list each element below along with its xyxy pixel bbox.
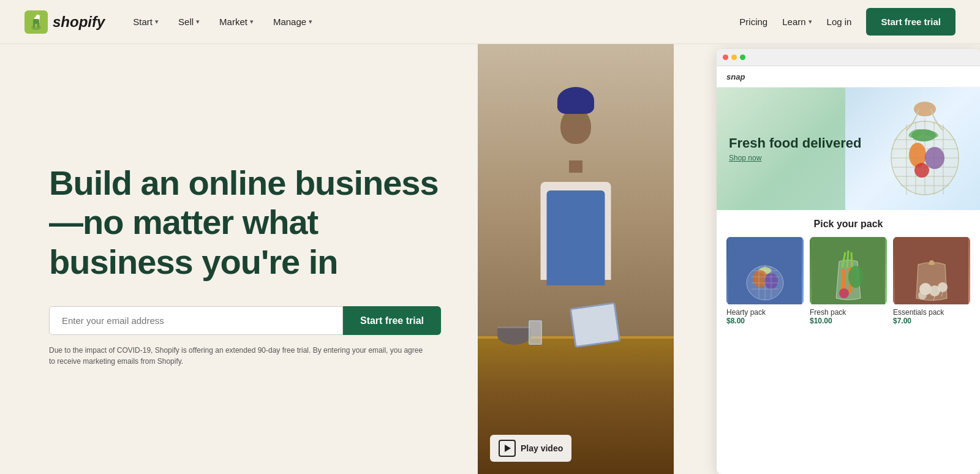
svg-line-38 xyxy=(851,252,852,268)
nav-learn[interactable]: Learn ▾ xyxy=(782,17,812,27)
product-1-price: $8.00 xyxy=(726,317,804,325)
mesh-bag-illustration xyxy=(876,100,974,198)
product-image-3 xyxy=(893,237,970,304)
hero-title: Build an online business—no matter what … xyxy=(49,164,441,282)
product-3-illustration xyxy=(893,237,970,304)
nav-pricing[interactable]: Pricing xyxy=(739,17,767,27)
start-chevron-icon: ▾ xyxy=(155,18,159,26)
store-header: snap xyxy=(717,66,980,88)
market-chevron-icon: ▾ xyxy=(250,18,254,26)
nav-login[interactable]: Log in xyxy=(827,17,852,27)
svg-point-44 xyxy=(938,282,948,292)
brand-name: shopify xyxy=(53,13,105,31)
nav-start[interactable]: Start ▾ xyxy=(124,12,167,32)
email-form: Start free trial xyxy=(49,306,441,335)
product-card-3[interactable]: Essentials pack $7.00 xyxy=(893,237,970,325)
products-heading: Pick your pack xyxy=(726,219,970,230)
product-2-illustration xyxy=(810,237,887,304)
chrome-minimize-dot xyxy=(731,55,737,60)
store-products: Pick your pack xyxy=(717,210,980,334)
svg-line-37 xyxy=(847,250,848,268)
main-nav: Start ▾ Sell ▾ Market ▾ Manage ▾ xyxy=(124,12,739,32)
nav-sell[interactable]: Sell ▾ xyxy=(170,12,208,32)
store-hero-title: Fresh food delivered xyxy=(729,135,861,151)
product-2-name: Fresh pack xyxy=(810,308,887,317)
product-image-2 xyxy=(810,237,887,304)
svg-point-22 xyxy=(914,163,929,178)
product-1-name: Hearty pack xyxy=(726,308,804,317)
shopify-logo[interactable]: shopify xyxy=(24,10,105,34)
store-mockup: snap Fresh food delivered Shop now xyxy=(717,49,980,474)
product-grid: Hearty pack $8.00 xyxy=(726,237,970,325)
email-start-trial-button[interactable]: Start free trial xyxy=(343,306,441,335)
main-content: Build an online business—no matter what … xyxy=(0,44,980,474)
tablet-screen xyxy=(571,304,619,346)
navbar-right: Pricing Learn ▾ Log in Start free trial xyxy=(739,8,956,36)
play-video-button[interactable]: Play video xyxy=(490,435,571,462)
hero-right: Play video snap Fresh food delivered Sho… xyxy=(478,44,980,474)
play-icon xyxy=(499,440,516,457)
product-card-1[interactable]: Hearty pack $8.00 xyxy=(726,237,804,325)
svg-rect-3 xyxy=(35,24,37,28)
product-image-1 xyxy=(726,237,804,304)
svg-point-21 xyxy=(925,147,944,169)
sell-chevron-icon: ▾ xyxy=(196,18,200,26)
nav-market[interactable]: Market ▾ xyxy=(211,12,262,32)
tablet xyxy=(569,303,620,348)
product-2-price: $10.00 xyxy=(810,317,887,325)
chrome-close-dot xyxy=(723,55,728,60)
svg-point-49 xyxy=(929,260,934,265)
woman-apron xyxy=(547,190,605,285)
learn-chevron-icon: ▾ xyxy=(809,18,812,26)
kitchen-photo: Play video xyxy=(478,44,674,474)
store-hero-text: Fresh food delivered Shop now xyxy=(717,123,873,175)
product-3-name: Essentials pack xyxy=(893,308,970,317)
glass xyxy=(529,320,542,345)
svg-point-40 xyxy=(839,288,849,298)
shopify-logo-icon xyxy=(24,10,48,34)
browser-chrome xyxy=(717,49,980,66)
product-card-2[interactable]: Fresh pack $10.00 xyxy=(810,237,887,325)
woman-neck xyxy=(569,160,582,173)
play-triangle-icon xyxy=(505,445,511,452)
store-hero-shop-link[interactable]: Shop now xyxy=(729,154,861,162)
store-hero-banner: Fresh food delivered Shop now xyxy=(717,88,980,210)
chrome-maximize-dot xyxy=(740,55,745,60)
email-input[interactable] xyxy=(49,306,343,335)
product-1-illustration xyxy=(726,237,804,304)
woman-headwrap xyxy=(557,87,594,114)
svg-point-39 xyxy=(848,266,863,288)
navbar: shopify Start ▾ Sell ▾ Market ▾ Manage ▾… xyxy=(0,0,980,44)
nav-manage[interactable]: Manage ▾ xyxy=(265,12,321,32)
hero-disclaimer: Due to the impact of COVID-19, Shopify i… xyxy=(49,345,429,367)
hero-section: Build an online business—no matter what … xyxy=(0,44,478,474)
product-3-price: $7.00 xyxy=(893,317,970,325)
manage-chevron-icon: ▾ xyxy=(309,18,312,26)
store-brand-name: snap xyxy=(726,72,745,81)
navbar-start-trial-button[interactable]: Start free trial xyxy=(866,8,956,36)
